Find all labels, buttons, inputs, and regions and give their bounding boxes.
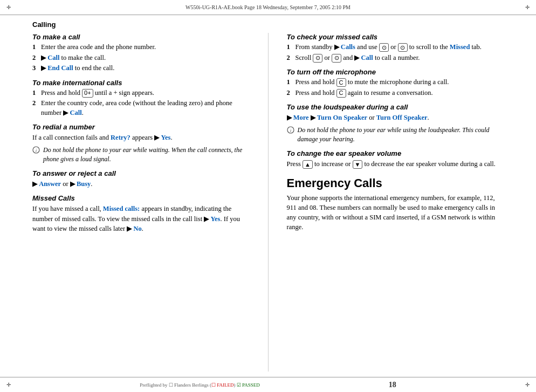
missed-text: If you have missed a call, Missed calls:… [32,204,250,233]
loudspeaker-text: ▶ More ▶ Turn On Speaker or Turn Off Spe… [287,113,504,122]
key-nav2: ⊙ [398,43,408,52]
international-list: 1 Press and hold 0+ until a + sign appea… [32,88,250,118]
top-bar: ✛ W550i-UG-R1A-AE.book Page 18 Wednesday… [0,0,536,15]
crosshair-tl-icon: ✛ [6,4,11,10]
loudspeaker-heading: To use the loudspeaker during a call [287,103,504,111]
make-call-heading: To make a call [32,33,250,41]
key-c2: C [336,89,346,98]
microphone-step-1: 1 Press and hold C to mute the microphon… [287,78,504,87]
preflight-text: Preflighted by ☐ Flanders Berlings (☐ FA… [140,382,260,388]
ear-volume-text: Press ▲ to increase or ▼ to decrease the… [287,159,504,169]
check-missed-list: 1 From standby ▶ Calls and use ⊙ or ⊙ to… [287,43,504,63]
crosshair-br-icon: ✛ [525,382,530,388]
redial-text: If a call connection fails and Retry? ap… [32,133,250,142]
microphone-list: 1 Press and hold C to mute the microphon… [287,78,504,98]
info-icon-2: i [287,126,294,136]
preflight-company: ☐ Flanders Berlings [169,382,209,388]
key-nav3: ⊙ [313,54,322,63]
check-missed-heading: To check your missed calls [287,33,504,41]
emergency-text: Your phone supports the international em… [287,193,504,232]
key-0plus: 0+ [82,89,93,98]
crosshair-bl-icon: ✛ [6,382,11,388]
key-c1: C [336,78,346,87]
missed-heading: Missed Calls [32,194,250,202]
svg-text:i: i [290,128,291,133]
section-title: Calling [32,20,504,29]
microphone-step-2: 2 Press and hold C again to resume a con… [287,88,504,98]
svg-text:i: i [36,148,37,153]
check-missed-step-1: 1 From standby ▶ Calls and use ⊙ or ⊙ to… [287,43,504,52]
top-bar-title: W550i-UG-R1A-AE.book Page 18 Wednesday, … [185,4,351,10]
answer-text: ▶ Answer or ▶ Busy. [32,179,250,189]
left-column: To make a call 1 Enter the area code and… [32,33,250,372]
make-call-list: 1 Enter the area code and the phone numb… [32,43,250,73]
key-vol-up: ▲ [303,160,313,169]
make-call-step-2: 2 ▶ Call to make the call. [32,53,250,63]
make-call-step-1: 1 Enter the area code and the phone numb… [32,43,250,52]
note-2: i Do not hold the phone to your ear whil… [287,126,504,144]
bottom-bar: ✛ Preflighted by ☐ Flanders Berlings (☐ … [0,377,536,392]
right-column: To check your missed calls 1 From standb… [287,33,504,372]
note-1-text: Do not hold the phone to your ear while … [43,146,250,164]
note-1: i Do not hold the phone to your ear whil… [32,146,250,164]
answer-heading: To answer or reject a call [32,169,250,177]
check-missed-step-2: 2 Scroll ⊙ or ⊙ and ▶ Call to call a num… [287,53,504,63]
ear-volume-heading: To change the ear speaker volume [287,149,504,157]
key-nav4: ⊙ [332,54,341,63]
crosshair-tr-icon: ✛ [525,4,530,10]
emergency-title: Emergency Calls [287,176,504,190]
microphone-heading: To turn off the microphone [287,68,504,76]
make-call-step-3: 3 ▶ End Call to end the call. [32,64,250,73]
info-icon: i [32,146,40,156]
preflight-passed: ☑ PASSED [237,382,260,388]
redial-heading: To redial a number [32,123,250,131]
emergency-section: Emergency Calls Your phone supports the … [287,176,504,232]
key-vol-down: ▼ [353,160,363,169]
two-column-layout: To make a call 1 Enter the area code and… [32,33,504,372]
key-nav1: ⊙ [379,43,389,52]
preflight-failed: ☐ FAILED [211,382,234,388]
international-heading: To make international calls [32,79,250,87]
international-step-1: 1 Press and hold 0+ until a + sign appea… [32,88,250,98]
note-2-text: Do not hold the phone to your ear while … [298,126,504,144]
international-step-2: 2 Enter the country code, area code (wit… [32,99,250,118]
column-divider [268,33,269,372]
main-content: Calling To make a call 1 Enter the area … [0,15,536,377]
page-number: 18 [389,381,396,389]
